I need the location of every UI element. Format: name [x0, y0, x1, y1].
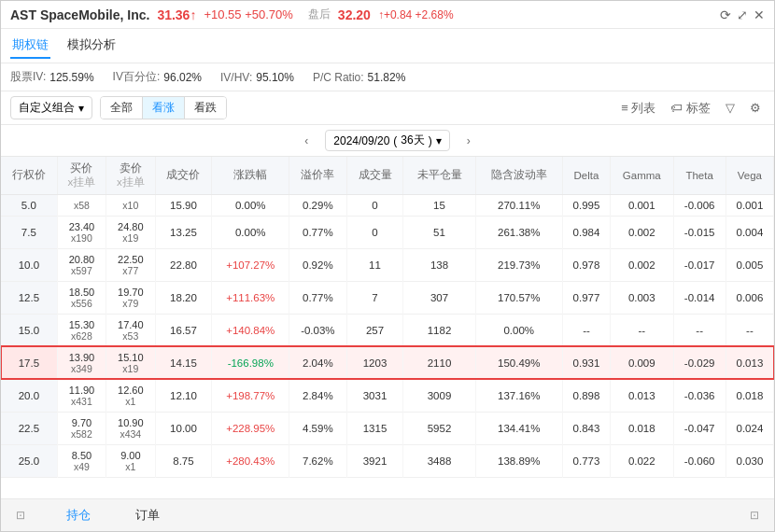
header-left: AST SpaceMobile, Inc. 31.36↑ +10.55 +50.…	[10, 7, 454, 22]
cell-gamma: 0.018	[611, 412, 674, 444]
th-last: 成交价	[155, 157, 212, 194]
table-row[interactable]: 12.5 18.50 x556 19.70 x79 18.20 +111.63%…	[1, 281, 774, 314]
th-bid: 买价x挂单	[57, 157, 106, 194]
filter-icon[interactable]: ▽	[722, 99, 739, 117]
th-change: 涨跌幅	[212, 157, 289, 194]
cell-iv: 150.49%	[475, 346, 562, 379]
cell-strike: 5.0	[1, 194, 57, 216]
cell-volume: 1315	[346, 412, 403, 444]
filter-calls[interactable]: 看涨	[143, 97, 185, 119]
cell-delta: 0.843	[562, 412, 610, 444]
next-date-button[interactable]: ›	[461, 133, 476, 149]
cell-ivpct: -0.03%	[289, 314, 346, 346]
th-volume: 成交量	[346, 157, 403, 194]
resize-icon[interactable]: ⤢	[737, 7, 748, 22]
cell-bid: 11.90 x431	[57, 379, 106, 412]
filter-all[interactable]: 全部	[101, 97, 143, 119]
footer-right-icon: ⊡	[750, 509, 759, 522]
cell-ivpct: 0.92%	[289, 248, 346, 281]
th-vega: Vega	[726, 157, 773, 194]
table-row[interactable]: 5.0 x58 x10 15.90 0.00% 0.29% 0 15 270.1…	[1, 194, 774, 216]
footer-tab-holdings[interactable]: 持仓	[63, 505, 94, 525]
cell-volume: 0	[346, 216, 403, 248]
cell-gamma: 0.009	[611, 346, 674, 379]
cell-delta: 0.773	[562, 444, 610, 477]
footer-left-icon[interactable]: ⊡	[16, 509, 25, 522]
table-row[interactable]: 22.5 9.70 x582 10.90 x434 10.00 +228.95%…	[1, 412, 774, 444]
table-row[interactable]: 10.0 20.80 x597 22.50 x77 22.80 +107.27%…	[1, 248, 774, 281]
after-price: 32.20	[338, 7, 371, 22]
cell-iv: 261.38%	[475, 216, 562, 248]
cell-strike: 22.5	[1, 412, 57, 444]
stat-iv-hv: IV/HV: 95.10%	[220, 71, 294, 84]
stock-name: AST SpaceMobile, Inc.	[10, 7, 149, 22]
cell-oi: 5952	[403, 412, 475, 444]
tag-icon[interactable]: 🏷 标签	[667, 98, 714, 119]
cell-vega: 0.006	[726, 281, 773, 314]
cell-vega: 0.013	[726, 346, 773, 379]
cell-change: 0.00%	[212, 194, 289, 216]
footer-tab-orders[interactable]: 订单	[132, 505, 163, 525]
th-oi: 未平仓量	[403, 157, 475, 194]
cell-strike: 17.5	[1, 346, 57, 379]
cell-change: +140.84%	[212, 314, 289, 346]
cell-bid: x58	[57, 194, 106, 216]
cell-delta: 0.898	[562, 379, 610, 412]
list-view-icon[interactable]: ≡ 列表	[617, 98, 659, 119]
cell-bid: 8.50 x49	[57, 444, 106, 477]
cell-bid: 15.30 x628	[57, 314, 106, 346]
cell-ivpct: 7.62%	[289, 444, 346, 477]
th-gamma: Gamma	[611, 157, 674, 194]
cell-last: 22.80	[155, 248, 212, 281]
portfolio-dropdown[interactable]: 自定义组合 ▾	[10, 96, 92, 119]
table-row[interactable]: 17.5 13.90 x349 15.10 x19 14.15 -166.98%…	[1, 346, 774, 379]
cell-change: +228.95%	[212, 412, 289, 444]
table-row[interactable]: 15.0 15.30 x628 17.40 x53 16.57 +140.84%…	[1, 314, 774, 346]
close-icon[interactable]: ✕	[754, 7, 765, 22]
cell-gamma: 0.002	[611, 248, 674, 281]
cell-change: +280.43%	[212, 444, 289, 477]
cell-ask: 22.50 x77	[106, 248, 155, 281]
footer-right: ⊡	[750, 509, 759, 522]
cell-iv: 137.16%	[475, 379, 562, 412]
cell-bid: 23.40 x190	[57, 216, 106, 248]
settings-icon[interactable]: ⚙	[746, 99, 765, 117]
cell-ask: 15.10 x19	[106, 346, 155, 379]
cell-bid: 9.70 x582	[57, 412, 106, 444]
cell-vega: 0.001	[726, 194, 773, 216]
cell-last: 13.25	[155, 216, 212, 248]
table-header: 行权价 买价x挂单 卖价x挂单 成交价 涨跌幅 溢价率 成交量 未平仓量 隐含波…	[1, 157, 774, 194]
refresh-icon[interactable]: ⟳	[720, 7, 731, 22]
prev-date-button[interactable]: ‹	[299, 133, 314, 149]
date-nav: ‹ 2024/09/20 (36天) ▾ ›	[1, 125, 774, 157]
cell-ivpct: 2.04%	[289, 346, 346, 379]
table-row[interactable]: 25.0 8.50 x49 9.00 x1 8.75 +280.43% 7.62…	[1, 444, 774, 477]
filter-puts[interactable]: 看跌	[185, 97, 226, 119]
cell-gamma: 0.001	[611, 194, 674, 216]
cell-iv: 138.89%	[475, 444, 562, 477]
after-hours-label: 盘后	[308, 7, 331, 22]
date-selector[interactable]: 2024/09/20 (36天) ▾	[325, 130, 449, 151]
toolbar: 自定义组合 ▾ 全部 看涨 看跌 ≡ 列表 🏷 标签 ▽ ⚙	[1, 91, 774, 125]
cell-delta: 0.977	[562, 281, 610, 314]
cell-ask: 9.00 x1	[106, 444, 155, 477]
cell-strike: 10.0	[1, 248, 57, 281]
table-row[interactable]: 7.5 23.40 x190 24.80 x19 13.25 0.00% 0.7…	[1, 216, 774, 248]
cell-change: +111.63%	[212, 281, 289, 314]
cell-oi: 51	[403, 216, 475, 248]
cell-last: 16.57	[155, 314, 212, 346]
cell-vega: 0.005	[726, 248, 773, 281]
tab-simulation[interactable]: 模拟分析	[65, 33, 118, 59]
cell-vega: 0.004	[726, 216, 773, 248]
cell-last: 15.90	[155, 194, 212, 216]
cell-theta: -0.047	[673, 412, 726, 444]
cell-gamma: 0.003	[611, 281, 674, 314]
cell-ask: 17.40 x53	[106, 314, 155, 346]
cell-bid: 20.80 x597	[57, 248, 106, 281]
th-delta: Delta	[562, 157, 610, 194]
table-row[interactable]: 20.0 11.90 x431 12.60 x1 12.10 +198.77% …	[1, 379, 774, 412]
tab-option-chain[interactable]: 期权链	[10, 33, 50, 59]
cell-theta: -0.029	[673, 346, 726, 379]
footer: ⊡ 持仓 订单 ⊡	[1, 498, 774, 531]
stat-pc-ratio: P/C Ratio: 51.82%	[313, 71, 405, 84]
